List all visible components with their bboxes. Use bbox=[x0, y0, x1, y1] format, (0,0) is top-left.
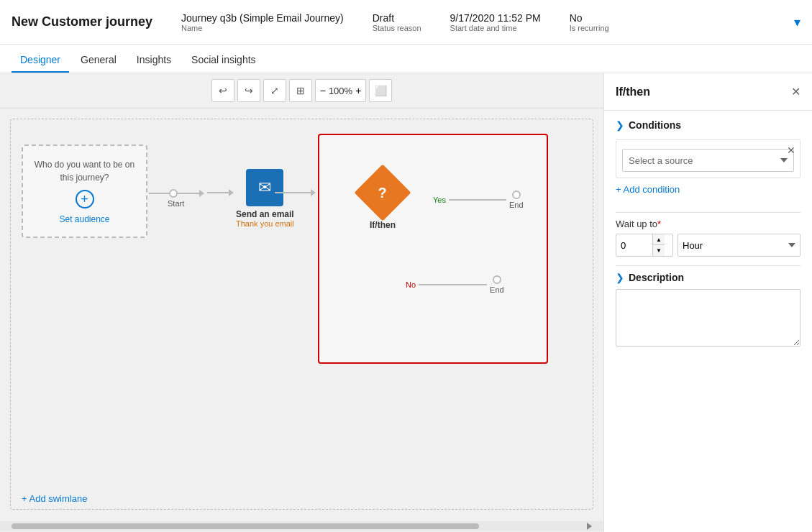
email-node-sub: Thank you email bbox=[236, 219, 294, 228]
wait-required-mark: * bbox=[657, 219, 661, 229]
no-end-label: End bbox=[490, 285, 504, 294]
canvas-toolbar: ↩ ↪ ⤢ ⊞ − 100% + ⬜ bbox=[0, 73, 603, 109]
header-expand[interactable]: ▾ bbox=[794, 14, 800, 30]
zoom-in-button[interactable]: + bbox=[355, 85, 361, 96]
meta-startdate: 9/17/2020 11:52 PM Start date and time bbox=[450, 12, 541, 32]
tab-social-insights[interactable]: Social insights bbox=[183, 48, 265, 73]
panel-header: If/then ✕ bbox=[604, 73, 812, 111]
tab-designer[interactable]: Designer bbox=[12, 48, 69, 73]
description-title: Description bbox=[629, 272, 684, 283]
journey-name-label: Name bbox=[181, 24, 344, 32]
horizontal-scrollbar[interactable] bbox=[0, 521, 603, 531]
right-panel: If/then ✕ ❯ Conditions ✕ Select a source… bbox=[603, 73, 812, 532]
fullscreen-button[interactable]: ⬜ bbox=[369, 79, 392, 102]
conditions-chevron-icon: ❯ bbox=[616, 119, 624, 131]
add-audience-button[interactable]: + bbox=[76, 190, 94, 208]
recurring-value: No bbox=[570, 12, 609, 24]
expand-chevron-icon[interactable]: ▾ bbox=[794, 14, 800, 30]
startdate-label: Start date and time bbox=[450, 24, 541, 32]
condition-card: ✕ Select a source bbox=[616, 139, 800, 178]
yes-label: Yes bbox=[433, 196, 446, 204]
wait-value-input[interactable] bbox=[616, 240, 652, 251]
ifthen-symbol: ? bbox=[378, 185, 387, 201]
email-icon: ✉ bbox=[258, 178, 271, 197]
select-source-wrapper: Select a source bbox=[622, 149, 794, 172]
stepper-up-button[interactable]: ▲ bbox=[653, 234, 665, 245]
recurring-label: Is recurring bbox=[570, 24, 609, 32]
scroll-thumb[interactable] bbox=[12, 523, 479, 529]
no-branch: No End bbox=[406, 275, 504, 294]
meta-recurring: No Is recurring bbox=[570, 12, 609, 32]
fit-button[interactable]: ⤢ bbox=[263, 79, 286, 102]
add-swimlane-label: + Add swimlane bbox=[22, 493, 87, 504]
wait-section: Wait up to* ▲ ▼ Hour Minute Day bbox=[604, 213, 812, 265]
ifthen-node[interactable]: ? If/then bbox=[362, 173, 403, 230]
description-textarea[interactable] bbox=[616, 289, 800, 347]
redo-button[interactable]: ↪ bbox=[237, 79, 260, 102]
conditions-section: ❯ Conditions ✕ Select a source + Add con… bbox=[604, 111, 812, 212]
ifthen-selection-box: ? If/then Yes End No bbox=[318, 134, 548, 364]
email-node[interactable]: ✉ Send an email Thank you email bbox=[236, 169, 294, 228]
description-section: ❯ Description bbox=[604, 266, 812, 357]
email-node-label: Send an email bbox=[236, 209, 294, 219]
tab-bar: Designer General Insights Social insight… bbox=[0, 45, 812, 73]
arrow-email-ifthen bbox=[275, 189, 316, 196]
set-audience-link[interactable]: Set audience bbox=[59, 214, 109, 224]
wait-label-text: Wait up to bbox=[616, 219, 657, 229]
header-meta: Journey q3b (Simple Email Journey) Name … bbox=[181, 12, 794, 32]
ifthen-label: If/then bbox=[370, 220, 396, 230]
add-condition-link[interactable]: + Add condition bbox=[616, 184, 800, 195]
zoom-out-button[interactable]: − bbox=[320, 85, 326, 96]
condition-close-button[interactable]: ✕ bbox=[787, 145, 795, 156]
zoom-controls: − 100% + bbox=[315, 79, 367, 102]
audience-text: Who do you want to be on this journey? bbox=[23, 158, 146, 184]
meta-name: Journey q3b (Simple Email Journey) Name bbox=[181, 12, 344, 32]
description-header[interactable]: ❯ Description bbox=[616, 272, 800, 283]
app-header: New Customer journey Journey q3b (Simple… bbox=[0, 0, 812, 45]
wait-unit-select[interactable]: Hour Minute Day bbox=[678, 234, 800, 257]
arrow-audience-start bbox=[149, 189, 204, 198]
meta-status: Draft Status reason bbox=[373, 12, 421, 32]
yes-end-label: End bbox=[509, 201, 524, 209]
zoom-level: 100% bbox=[329, 86, 352, 96]
canvas-drawing-area[interactable]: Who do you want to be on this journey? +… bbox=[0, 109, 603, 531]
panel-close-button[interactable]: ✕ bbox=[791, 85, 800, 98]
scroll-right-arrow[interactable] bbox=[587, 523, 592, 530]
audience-box[interactable]: Who do you want to be on this journey? +… bbox=[22, 145, 147, 238]
main-area: ↩ ↪ ⤢ ⊞ − 100% + ⬜ Who do you want to be… bbox=[0, 73, 812, 532]
select-source-dropdown[interactable]: Select a source bbox=[622, 149, 794, 172]
tab-insights[interactable]: Insights bbox=[128, 48, 180, 73]
status-label: Status reason bbox=[373, 24, 421, 32]
start-label: Start bbox=[168, 199, 184, 208]
conditions-title: Conditions bbox=[629, 119, 681, 131]
wait-number-input: ▲ ▼ bbox=[616, 234, 673, 257]
undo-button[interactable]: ↩ bbox=[211, 79, 234, 102]
description-chevron-icon: ❯ bbox=[616, 272, 624, 283]
startdate-value: 9/17/2020 11:52 PM bbox=[450, 12, 541, 24]
wait-inputs: ▲ ▼ Hour Minute Day bbox=[616, 234, 800, 257]
panel-title: If/then bbox=[616, 86, 650, 98]
conditions-header[interactable]: ❯ Conditions bbox=[616, 119, 800, 131]
wait-stepper: ▲ ▼ bbox=[652, 234, 665, 256]
tab-general[interactable]: General bbox=[72, 48, 125, 73]
designer-canvas: ↩ ↪ ⤢ ⊞ − 100% + ⬜ Who do you want to be… bbox=[0, 73, 603, 532]
email-node-box: ✉ bbox=[246, 169, 283, 206]
no-label: No bbox=[406, 280, 416, 289]
arrow-start-email bbox=[207, 189, 234, 196]
stepper-down-button[interactable]: ▼ bbox=[653, 245, 665, 256]
yes-branch: Yes End bbox=[433, 191, 524, 209]
add-swimlane-button[interactable]: + Add swimlane bbox=[22, 493, 87, 504]
status-value: Draft bbox=[373, 12, 421, 24]
page-title: New Customer journey bbox=[12, 14, 152, 29]
wait-label: Wait up to* bbox=[616, 219, 800, 229]
journey-name-value: Journey q3b (Simple Email Journey) bbox=[181, 12, 344, 24]
grid-button[interactable]: ⊞ bbox=[289, 79, 312, 102]
